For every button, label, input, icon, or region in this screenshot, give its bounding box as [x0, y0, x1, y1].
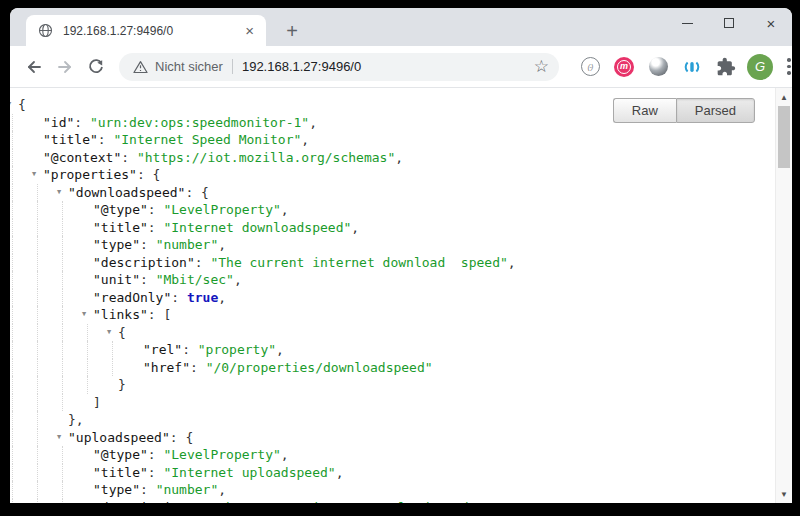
json-token-key: "@context" [43, 150, 121, 165]
json-token-punc: : [140, 237, 156, 252]
json-token-punc: , [301, 132, 309, 147]
circle-dash-extension-icon[interactable]: (-) [573, 51, 607, 82]
indent-guide [62, 464, 63, 482]
browser-menu-icon[interactable] [779, 54, 792, 79]
json-token-str: "/0/properties/downloadspeed" [206, 360, 433, 375]
scrollbar[interactable]: ▲ ▼ [775, 88, 792, 503]
maximize-button[interactable] [708, 8, 750, 38]
json-token-key: "description" [93, 255, 195, 270]
json-token-punc: , [508, 255, 516, 270]
indent-guide [12, 394, 13, 412]
json-token-punc: : [148, 202, 164, 217]
json-token-punc: , [395, 150, 403, 165]
collapse-toggle-icon[interactable]: ▼ [57, 184, 61, 202]
indent-guide [62, 394, 63, 412]
address-bar[interactable]: Nicht sicher 192.168.1.27:9496/0 ☆ [119, 53, 559, 81]
json-line: "description": "The current internet upl… [10, 499, 775, 504]
indent-guide [12, 306, 13, 324]
orb-extension-icon[interactable] [641, 51, 675, 82]
json-token-key: "@type" [93, 447, 148, 462]
indent-guide [87, 359, 88, 377]
indent-guide [62, 481, 63, 499]
json-line: ▼"uploadspeed": { [10, 429, 775, 447]
json-token-key: "uploadspeed" [68, 430, 170, 445]
scroll-up-icon[interactable]: ▲ [776, 89, 792, 105]
indent-guide [37, 341, 38, 359]
browser-toolbar: Nicht sicher 192.168.1.27:9496/0 ☆ (-) m [10, 46, 792, 87]
avatar-letter: G [747, 54, 773, 80]
json-line: "unit": "Mbit/sec", [10, 271, 775, 289]
json-token-punc: ] [93, 395, 101, 410]
bookmark-star-icon[interactable]: ☆ [534, 58, 549, 75]
json-token-punc: : [148, 447, 164, 462]
json-token-key: "title" [43, 132, 98, 147]
forward-button[interactable] [49, 51, 80, 82]
indent-guide [62, 271, 63, 289]
indent-guide [12, 289, 13, 307]
json-token-punc: : { [137, 167, 160, 182]
json-token-key: "type" [93, 482, 140, 497]
parsed-button[interactable]: Parsed [676, 98, 755, 123]
new-tab-button[interactable]: + [278, 17, 306, 45]
security-label[interactable]: Nicht sicher [155, 59, 223, 74]
json-token-key: "description" [93, 500, 195, 504]
tab[interactable]: 192.168.1.27:9496/0 × [26, 15, 266, 46]
json-token-key: "properties" [43, 167, 137, 182]
indent-guide [12, 499, 13, 504]
indent-guide [12, 184, 13, 202]
json-token-punc: : { [185, 185, 208, 200]
collapse-toggle-icon[interactable]: ▼ [10, 96, 11, 114]
extensions-puzzle-icon[interactable] [709, 51, 743, 82]
tab-close-icon[interactable]: × [241, 21, 258, 40]
json-token-str: "Internet Speed Monitor" [113, 132, 301, 147]
indent-guide [12, 376, 13, 394]
json-token-str: "The current internet uploadspeed" [210, 500, 476, 504]
indent-guide [12, 446, 13, 464]
json-token-str: "LevelProperty" [163, 202, 280, 217]
json-line: "type": "number", [10, 481, 775, 499]
indent-guide [62, 341, 63, 359]
url-separator [232, 59, 233, 74]
indent-guide [37, 429, 38, 447]
collapse-toggle-icon[interactable]: ▼ [57, 429, 61, 447]
collapse-toggle-icon[interactable]: ▼ [82, 306, 86, 324]
reload-button[interactable] [80, 51, 111, 82]
indent-guide [62, 359, 63, 377]
json-token-punc: : [148, 220, 164, 235]
minimize-button[interactable] [666, 8, 708, 38]
profile-avatar[interactable]: G [743, 51, 777, 82]
collapse-toggle-icon[interactable]: ▼ [32, 166, 36, 184]
json-token-str: "LevelProperty" [163, 447, 280, 462]
view-switch: Raw Parsed [613, 98, 755, 123]
close-window-button[interactable]: × [750, 8, 792, 38]
json-token-punc: : [195, 255, 211, 270]
scroll-down-icon[interactable]: ▼ [776, 486, 792, 502]
json-token-key: "title" [93, 465, 148, 480]
indent-guide [62, 201, 63, 219]
back-button[interactable] [18, 51, 49, 82]
indent-guide [12, 166, 13, 184]
json-token-punc: , [351, 220, 359, 235]
json-line: "@context": "https://iot.mozilla.org/sch… [10, 149, 775, 167]
indent-guide [12, 219, 13, 237]
indent-guide [87, 376, 88, 394]
json-line: "@type": "LevelProperty", [10, 201, 775, 219]
json-token-key: "downloadspeed" [68, 185, 185, 200]
json-token-punc: : [195, 500, 211, 504]
json-line: }, [10, 411, 775, 429]
blue-sound-extension-icon[interactable] [675, 51, 709, 82]
json-token-punc: : [140, 482, 156, 497]
json-token-punc: : [182, 342, 198, 357]
json-viewer: ▼{"id": "urn:dev:ops:speedmonitor-1","ti… [10, 88, 775, 503]
indent-guide [37, 481, 38, 499]
scrollbar-thumb[interactable] [778, 106, 790, 168]
url-text[interactable]: 192.168.1.27:9496/0 [242, 59, 528, 74]
json-line: ▼{ [10, 324, 775, 342]
indent-guide [37, 184, 38, 202]
collapse-toggle-icon[interactable]: ▼ [107, 324, 111, 342]
json-token-key: "href" [143, 360, 190, 375]
raw-button[interactable]: Raw [613, 98, 676, 123]
pink-m-extension-icon[interactable]: m [607, 51, 641, 82]
json-token-punc: : { [170, 430, 193, 445]
window-controls: × [666, 8, 792, 38]
